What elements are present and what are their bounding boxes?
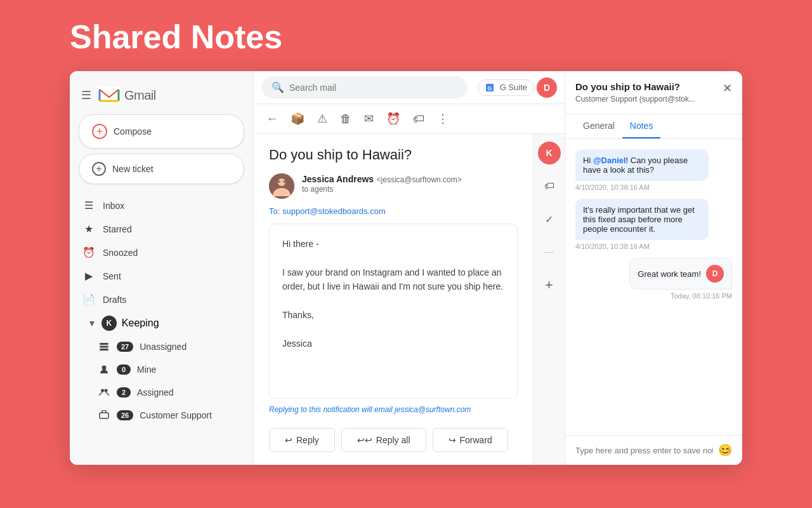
- tab-general[interactable]: General: [575, 114, 622, 138]
- compose-plus-icon: +: [92, 124, 107, 139]
- reply-buttons: ↩ Reply ↩↩ Reply all ↪ Forward: [269, 428, 518, 452]
- hamburger-icon[interactable]: ☰: [81, 88, 91, 102]
- sidebar-header: ☰ Gmail: [70, 81, 253, 114]
- snooze-button[interactable]: ⏰: [384, 109, 403, 128]
- email-main: Do you ship to Hawaii? Jessic: [254, 134, 533, 465]
- reply-all-button[interactable]: ↩↩ Reply all: [341, 428, 426, 452]
- starred-icon: ★: [82, 223, 95, 235]
- sidebar-item-unassigned[interactable]: 27 Unassigned: [75, 336, 248, 358]
- notes-panel-subtitle: Customer Support (support@stok...: [575, 95, 695, 104]
- notes-input[interactable]: [575, 446, 713, 455]
- notes-input-area: 😊: [565, 435, 742, 465]
- forward-label: Forward: [460, 435, 492, 445]
- sender-avatar: [269, 173, 294, 199]
- label-side-button[interactable]: 🏷: [538, 175, 561, 197]
- email-toolbar: ← 📦 ⚠ 🗑 ✉ ⏰ 🏷 ⋮: [254, 104, 565, 134]
- note-message-3: Great work team! D Today, 08:10:16 PM: [575, 258, 732, 300]
- sidebar-item-keeping[interactable]: ▼ K Keeping: [75, 312, 248, 335]
- gmail-logo: Gmail: [98, 86, 156, 104]
- unassigned-badge: 27: [117, 342, 133, 352]
- assigned-badge: 2: [117, 387, 131, 398]
- mark-unread-button[interactable]: ✉: [362, 109, 376, 128]
- svg-point-5: [102, 366, 107, 370]
- keeping-icon: K: [102, 316, 117, 331]
- email-to-line: to agents: [302, 185, 462, 194]
- email-meta: Jessica Andrews <jessica@surftown.com> t…: [269, 173, 518, 199]
- main-content: 🔍 G G Suite D ← 📦 ⚠ 🗑 ✉ ⏰ 🏷 ⋮: [254, 71, 565, 465]
- notes-messages: Hi @Daniel! Can you please have a look a…: [565, 139, 742, 435]
- inbox-label: Inbox: [103, 201, 124, 211]
- back-button[interactable]: ←: [264, 110, 280, 128]
- unassigned-icon: [98, 340, 110, 353]
- sent-icon: ▶: [82, 270, 95, 282]
- tab-notes[interactable]: Notes: [622, 114, 661, 138]
- compose-button[interactable]: + Compose: [79, 114, 244, 149]
- new-ticket-button[interactable]: + New ticket: [79, 154, 244, 184]
- nav-items: ☰ Inbox ★ Starred ⏰ Snoozed ▶ Sent 📄 Dra…: [70, 194, 253, 426]
- svg-rect-3: [100, 346, 108, 348]
- notes-panel-title: Do you ship to Hawaii?: [575, 81, 695, 92]
- note-sender-avatar: D: [706, 265, 724, 283]
- sidebar-item-drafts[interactable]: 📄 Drafts: [75, 288, 248, 311]
- sidebar-item-starred[interactable]: ★ Starred: [75, 218, 248, 240]
- forward-button[interactable]: ↪ Forward: [433, 428, 508, 452]
- svg-point-7: [105, 389, 108, 392]
- sent-label: Sent: [103, 271, 121, 281]
- svg-point-6: [101, 389, 104, 392]
- sidebar-item-inbox[interactable]: ☰ Inbox: [75, 194, 248, 217]
- note-message-1: Hi @Daniel! Can you please have a look a…: [575, 149, 732, 191]
- keeping-side-icon[interactable]: K: [538, 142, 561, 164]
- search-icon: 🔍: [272, 81, 284, 93]
- note-bubble-left-2: It's really important that we get this f…: [575, 199, 709, 240]
- user-avatar[interactable]: D: [537, 77, 557, 98]
- search-input[interactable]: [289, 83, 457, 93]
- sender-email: <jessica@surftown.com>: [377, 175, 462, 184]
- customer-support-badge: 26: [117, 410, 133, 420]
- svg-text:G: G: [487, 85, 492, 91]
- gsuite-label: G Suite: [500, 83, 527, 92]
- snoozed-icon: ⏰: [82, 246, 95, 258]
- main-card: ☰ Gmail: [70, 71, 742, 465]
- search-bar[interactable]: 🔍: [261, 76, 468, 98]
- unassigned-label: Unassigned: [140, 342, 187, 352]
- sidebar: ☰ Gmail: [70, 71, 254, 465]
- add-side-button[interactable]: +: [538, 274, 561, 297]
- emoji-button[interactable]: 😊: [718, 443, 732, 457]
- reply-all-label: Reply all: [376, 435, 410, 445]
- snoozed-label: Snoozed: [103, 248, 138, 258]
- reply-button[interactable]: ↩ Reply: [269, 428, 335, 452]
- page-title: Shared Notes: [0, 0, 812, 71]
- chevron-down-icon: ▼: [88, 318, 96, 328]
- assigned-label: Assigned: [137, 387, 174, 398]
- compose-label: Compose: [114, 126, 152, 137]
- sender-name: Jessica Andrews: [302, 174, 374, 184]
- gsuite-icon: G: [485, 83, 495, 93]
- email-closing: Thanks,: [282, 308, 504, 322]
- reply-arrow-icon: ↩: [285, 435, 292, 445]
- sidebar-item-customer-support[interactable]: 26 Customer Support: [75, 404, 248, 426]
- label-button[interactable]: 🏷: [410, 110, 427, 128]
- notes-header: Do you ship to Hawaii? Customer Support …: [565, 71, 742, 114]
- email-body: Hi there - I saw your brand on Instagram…: [269, 224, 518, 399]
- check-side-button[interactable]: ✓: [538, 208, 561, 231]
- sidebar-item-assigned[interactable]: 2 Assigned: [75, 382, 248, 403]
- sidebar-item-sent[interactable]: ▶ Sent: [75, 265, 248, 287]
- divider-icon: —: [538, 241, 561, 264]
- report-spam-button[interactable]: ⚠: [315, 109, 330, 128]
- note-right-text: Great work team!: [638, 269, 701, 279]
- new-ticket-plus-icon: +: [92, 162, 106, 176]
- side-icon-strip: K 🏷 ✓ — +: [533, 134, 565, 465]
- sidebar-item-mine[interactable]: 0 Mine: [75, 359, 248, 380]
- more-options-button[interactable]: ⋮: [435, 109, 451, 128]
- delete-button[interactable]: 🗑: [337, 110, 354, 128]
- drafts-label: Drafts: [103, 295, 126, 305]
- note-bubble-left-1: Hi @Daniel! Can you please have a look a…: [575, 149, 709, 181]
- mine-badge: 0: [117, 364, 131, 375]
- notes-close-button[interactable]: ✕: [723, 81, 732, 95]
- email-signature: Jessica: [282, 337, 504, 351]
- archive-button[interactable]: 📦: [288, 109, 307, 128]
- note-time-2: 4/10/2020, 10:38:16 AM: [575, 243, 732, 250]
- reply-label: Reply: [296, 435, 319, 445]
- sidebar-item-snoozed[interactable]: ⏰ Snoozed: [75, 241, 248, 264]
- forward-icon: ↪: [449, 435, 456, 445]
